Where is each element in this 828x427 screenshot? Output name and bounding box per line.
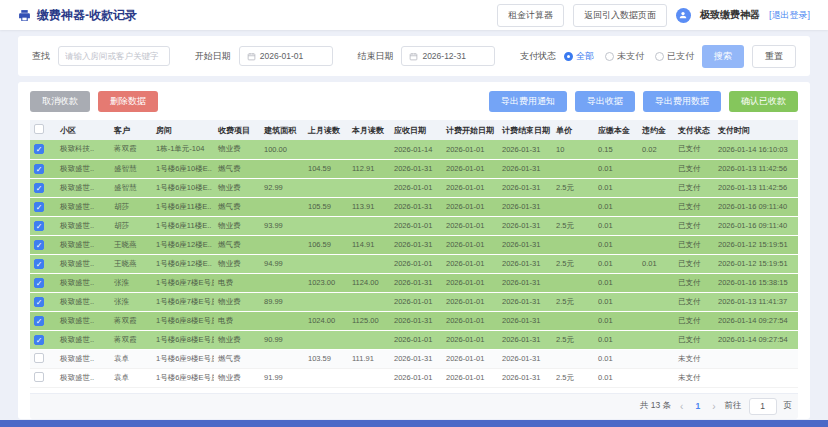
cell: 已支付: [674, 159, 714, 178]
cancel-collection-button[interactable]: 取消收款: [30, 91, 90, 112]
row-checkbox[interactable]: ✓: [34, 297, 44, 307]
cell: 2026-01-01: [442, 254, 498, 273]
cell: 2026-01-31: [498, 254, 552, 273]
cell: 物业费: [214, 368, 260, 387]
radio-dot-icon: [655, 52, 664, 61]
row-checkbox[interactable]: [34, 372, 44, 382]
pay-status-radio[interactable]: 未支付: [605, 50, 644, 63]
row-checkbox[interactable]: ✓: [34, 278, 44, 288]
cell: 0.01: [594, 216, 638, 235]
confirm-received-button[interactable]: 确认已收款: [729, 91, 798, 112]
row-checkbox[interactable]: ✓: [34, 183, 44, 193]
cell: 2026-01-01: [390, 368, 442, 387]
cell: 物业费: [214, 178, 260, 197]
row-checkbox[interactable]: ✓: [34, 164, 44, 174]
cell: 0.01: [594, 197, 638, 216]
pay-status-radio-group: 全部未支付已支付: [564, 50, 694, 63]
cell: 2026-01-31: [390, 349, 442, 368]
column-header: 应缴本金: [594, 120, 638, 140]
pay-status-radio[interactable]: 已支付: [655, 50, 694, 63]
cell: 1号楼6座12楼E..: [152, 254, 214, 273]
reset-button[interactable]: 重置: [752, 45, 796, 68]
column-header: 客户: [110, 120, 152, 140]
next-page-icon[interactable]: ›: [710, 401, 717, 412]
table-row[interactable]: ✓极致盛世..张淮1号楼6座7楼E号房物业费89.992026-01-01202…: [30, 292, 798, 311]
cell: 2.5元: [552, 216, 594, 235]
cell: 100.00: [260, 140, 304, 159]
table-row[interactable]: ✓极致盛世..张淮1号楼6座7楼E号房电费1023.001124.002026-…: [30, 273, 798, 292]
start-date-label: 开始日期: [195, 50, 231, 63]
table-row[interactable]: ✓极致盛世..王晓燕1号楼6座12楼E..燃气费106.59114.912026…: [30, 235, 798, 254]
rent-calculator-button[interactable]: 租金计算器: [497, 4, 564, 27]
cell: [638, 311, 674, 330]
cell: [552, 349, 594, 368]
total-count: 共 13 条: [640, 400, 671, 412]
cell: 极致盛世..: [56, 197, 110, 216]
export-fee-notice-button[interactable]: 导出费用通知: [489, 91, 567, 112]
end-date-value: 2026-12-31: [422, 51, 465, 61]
cell: [552, 159, 594, 178]
cell: 燃气费: [214, 349, 260, 368]
cell: [638, 216, 674, 235]
cell: 2026-01-31: [390, 235, 442, 254]
cell: 2026-01-31: [390, 197, 442, 216]
search-input[interactable]: [58, 46, 170, 66]
cell: 2026-01-31: [390, 273, 442, 292]
search-button[interactable]: 搜索: [702, 45, 744, 68]
cell: 电费: [214, 311, 260, 330]
table-row[interactable]: ✓极致盛世..蒋双霞1号楼6座8楼E号房物业费90.992026-01-0120…: [30, 330, 798, 349]
cell: 1号楼6座11楼E..: [152, 197, 214, 216]
cell: 2026-01-16 09:11:40: [714, 197, 798, 216]
row-checkbox[interactable]: ✓: [34, 202, 44, 212]
end-date-input[interactable]: 2026-12-31: [401, 46, 495, 66]
export-receipt-button[interactable]: 导出收据: [575, 91, 635, 112]
table-row[interactable]: 极致盛世..袁卓1号楼6座9楼E号房燃气费103.59111.912026-01…: [30, 349, 798, 368]
start-date-input[interactable]: 2026-01-01: [239, 46, 333, 66]
cell: 106.59: [304, 235, 348, 254]
table-row[interactable]: ✓极致盛世..胡莎1号楼6座11楼E..物业费93.992026-01-0120…: [30, 216, 798, 235]
cell: 0.01: [594, 178, 638, 197]
cell: 2026-01-31: [498, 311, 552, 330]
delete-data-button[interactable]: 删除数据: [98, 91, 158, 112]
cell: 114.91: [348, 235, 390, 254]
prev-page-icon[interactable]: ‹: [678, 401, 685, 412]
row-checkbox[interactable]: ✓: [34, 221, 44, 231]
row-checkbox[interactable]: ✓: [34, 144, 44, 154]
cell: 极致盛世..: [56, 349, 110, 368]
table-row[interactable]: ✓极致盛世..胡莎1号楼6座11楼E..燃气费105.59113.912026-…: [30, 197, 798, 216]
cell: 已支付: [674, 254, 714, 273]
select-all-checkbox[interactable]: [34, 124, 44, 134]
cell: 2026-01-31: [498, 216, 552, 235]
row-checkbox[interactable]: ✓: [34, 259, 44, 269]
table-row[interactable]: ✓极致盛世..盛智慧1号楼6座10楼E..燃气费104.59112.912026…: [30, 159, 798, 178]
table-row[interactable]: ✓极致盛世..蒋双霞1号楼6座8楼E号房电费1024.001125.002026…: [30, 311, 798, 330]
cell: [304, 330, 348, 349]
cell: [348, 140, 390, 159]
row-checkbox[interactable]: ✓: [34, 316, 44, 326]
cell: 2026-01-01: [442, 311, 498, 330]
pay-status-radio[interactable]: 全部: [564, 50, 594, 63]
goto-page-input[interactable]: [749, 398, 777, 415]
export-fee-data-button[interactable]: 导出费用数据: [643, 91, 721, 112]
cell: 2026-01-01: [390, 178, 442, 197]
page-suffix: 页: [784, 400, 793, 412]
cell: 2026-01-01: [442, 235, 498, 254]
pager-gap: [30, 388, 798, 393]
table-row[interactable]: ✓极致盛世..盛智慧1号楼6座10楼E..物业费92.992026-01-012…: [30, 178, 798, 197]
table-row[interactable]: ✓极致盛世..王晓燕1号楼6座12楼E..物业费94.992026-01-012…: [30, 254, 798, 273]
row-checkbox[interactable]: ✓: [34, 240, 44, 250]
current-page[interactable]: 1: [692, 401, 703, 411]
cell: 2026-01-01: [390, 330, 442, 349]
cell: 2026-01-01: [390, 216, 442, 235]
cell: [638, 292, 674, 311]
cell: 90.99: [260, 330, 304, 349]
cell: 2026-01-01: [442, 273, 498, 292]
column-header: 违约金: [638, 120, 674, 140]
row-checkbox[interactable]: ✓: [34, 335, 44, 345]
radio-dot-icon: [605, 52, 614, 61]
table-row[interactable]: ✓极致科技..蒋双霞1栋-1单元-104物业费100.002026-01-142…: [30, 140, 798, 159]
row-checkbox[interactable]: [34, 353, 44, 363]
logout-link[interactable]: [退出登录]: [769, 9, 810, 22]
back-to-import-button[interactable]: 返回引入数据页面: [573, 4, 667, 27]
table-row[interactable]: 极致盛世..袁卓1号楼6座9楼E号房物业费91.992026-01-012026…: [30, 368, 798, 387]
